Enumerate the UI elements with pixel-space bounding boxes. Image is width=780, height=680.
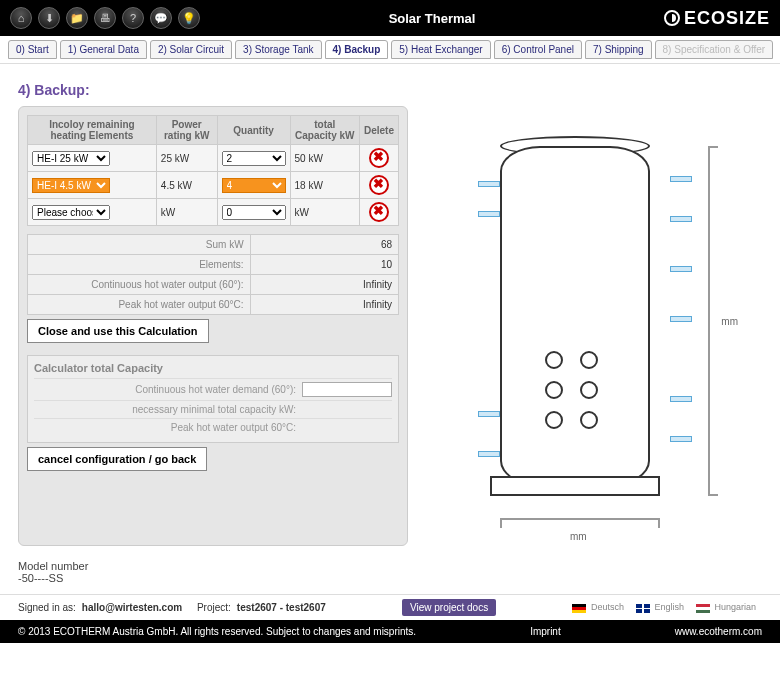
tab-control-panel[interactable]: 6) Control Panel (494, 40, 582, 59)
model-label: Model number (18, 560, 762, 572)
tab-heat-exchanger[interactable]: 5) Heat Exchanger (391, 40, 490, 59)
element-icon (545, 351, 563, 369)
port-icon (670, 316, 692, 322)
download-icon[interactable]: ⬇ (38, 7, 60, 29)
delete-button[interactable]: ✖ (369, 148, 389, 168)
lang-hu[interactable]: Hungarian (696, 602, 756, 612)
table-row: Please choose kW 0 kW ✖ (28, 199, 399, 226)
lang-de[interactable]: Deutsch (572, 602, 624, 612)
step-tabs: 0) Start 1) General Data 2) Solar Circui… (0, 36, 780, 64)
chat-icon[interactable]: 💬 (150, 7, 172, 29)
sum-kw-value: 68 (250, 235, 398, 255)
brand-logo: ECOSIZE (664, 8, 770, 29)
power-cell: 25 kW (156, 145, 217, 172)
elements-label: Elements: (28, 255, 251, 275)
folder-icon[interactable]: 📁 (66, 7, 88, 29)
col-elements: Incoloy remaining heating Elements (28, 116, 157, 145)
model-value: -50----SS (18, 572, 762, 584)
dimension-v-label: mm (721, 316, 738, 327)
element-icon (545, 411, 563, 429)
dimension-horizontal (500, 518, 660, 528)
lang-en[interactable]: English (636, 602, 684, 612)
topbar: ⌂ ⬇ 📁 🖶 ? 💬 💡 Solar Thermal ECOSIZE (0, 0, 780, 36)
table-row: HE-I 4.5 kW 4.5 kW 4 18 kW ✖ (28, 172, 399, 199)
copyright-text: © 2013 ECOTHERM Austria GmbH. All rights… (18, 626, 416, 637)
continuous-label: Continuous hot water output (60°): (28, 275, 251, 295)
element-select[interactable]: HE-I 4.5 kW (32, 178, 110, 193)
calculator-box: Calculator total Capacity Continuous hot… (27, 355, 399, 443)
port-icon (670, 216, 692, 222)
project-prefix: Project: (197, 602, 231, 613)
hot-water-demand-input[interactable] (302, 382, 392, 397)
calc-min-capacity-label: necessary minimal total capacity kW: (34, 404, 302, 415)
imprint-link[interactable]: Imprint (530, 626, 561, 637)
port-icon (670, 176, 692, 182)
flag-hu-icon (696, 604, 710, 613)
status-bar: Signed in as: hallo@wirtesten.com Projec… (0, 594, 780, 620)
total-cell: 18 kW (290, 172, 359, 199)
brand-icon (664, 10, 680, 26)
peak-label: Peak hot water output 60°C: (28, 295, 251, 315)
cancel-button[interactable]: cancel configuration / go back (27, 447, 207, 471)
dimension-h-label: mm (570, 531, 587, 542)
config-panel: Incoloy remaining heating Elements Power… (18, 106, 408, 546)
qty-select[interactable]: 2 (222, 151, 286, 166)
tab-backup[interactable]: 4) Backup (325, 40, 389, 59)
section-title: 4) Backup: (0, 64, 780, 106)
lightbulb-icon[interactable]: 💡 (178, 7, 200, 29)
tab-specification: 8) Specification & Offer (655, 40, 774, 59)
col-power: Power rating kW (156, 116, 217, 145)
calculator-title: Calculator total Capacity (34, 362, 392, 374)
continuous-value: Infinity (250, 275, 398, 295)
delete-button[interactable]: ✖ (369, 175, 389, 195)
signed-in-user: hallo@wirtesten.com (82, 602, 182, 613)
heating-elements-table: Incoloy remaining heating Elements Power… (27, 115, 399, 226)
delete-button[interactable]: ✖ (369, 202, 389, 222)
tab-storage-tank[interactable]: 3) Storage Tank (235, 40, 321, 59)
tab-shipping[interactable]: 7) Shipping (585, 40, 652, 59)
sum-kw-label: Sum kW (28, 235, 251, 255)
print-icon[interactable]: 🖶 (94, 7, 116, 29)
app-title: Solar Thermal (200, 11, 664, 26)
project-name: test2607 - test2607 (237, 602, 326, 613)
element-icon (545, 381, 563, 399)
table-row: HE-I 25 kW 25 kW 2 50 kW ✖ (28, 145, 399, 172)
port-icon (670, 266, 692, 272)
port-icon (670, 436, 692, 442)
qty-select[interactable]: 4 (222, 178, 286, 193)
tab-start[interactable]: 0) Start (8, 40, 57, 59)
qty-select[interactable]: 0 (222, 205, 286, 220)
peak-value: Infinity (250, 295, 398, 315)
close-use-button[interactable]: Close and use this Calculation (27, 319, 209, 343)
content: Incoloy remaining heating Elements Power… (0, 106, 780, 556)
tank-diagram-panel: mm mm (418, 106, 762, 546)
tab-general-data[interactable]: 1) General Data (60, 40, 147, 59)
dimension-vertical (708, 146, 718, 496)
port-icon (478, 411, 500, 417)
element-icon (580, 351, 598, 369)
calc-peak-label: Peak hot water output 60°C: (34, 422, 302, 433)
elements-value: 10 (250, 255, 398, 275)
footer: © 2013 ECOTHERM Austria GmbH. All rights… (0, 620, 780, 643)
tab-solar-circuit[interactable]: 2) Solar Circuit (150, 40, 232, 59)
home-icon[interactable]: ⌂ (10, 7, 32, 29)
power-cell: kW (156, 199, 217, 226)
view-project-docs-button[interactable]: View project docs (402, 599, 496, 616)
calc-demand-label: Continuous hot water demand (60°): (34, 384, 302, 395)
port-icon (478, 211, 500, 217)
site-link[interactable]: www.ecotherm.com (675, 626, 762, 637)
toolbar-icons: ⌂ ⬇ 📁 🖶 ? 💬 💡 (10, 7, 200, 29)
element-select[interactable]: HE-I 25 kW (32, 151, 110, 166)
help-icon[interactable]: ? (122, 7, 144, 29)
element-select[interactable]: Please choose (32, 205, 110, 220)
port-icon (478, 451, 500, 457)
col-qty: Quantity (217, 116, 290, 145)
port-icon (670, 396, 692, 402)
element-icon (580, 411, 598, 429)
summary-table: Sum kW68 Elements:10 Continuous hot wate… (27, 234, 399, 315)
total-cell: kW (290, 199, 359, 226)
col-total: total Capacity kW (290, 116, 359, 145)
col-delete: Delete (359, 116, 398, 145)
tank-body (500, 146, 650, 486)
total-cell: 50 kW (290, 145, 359, 172)
